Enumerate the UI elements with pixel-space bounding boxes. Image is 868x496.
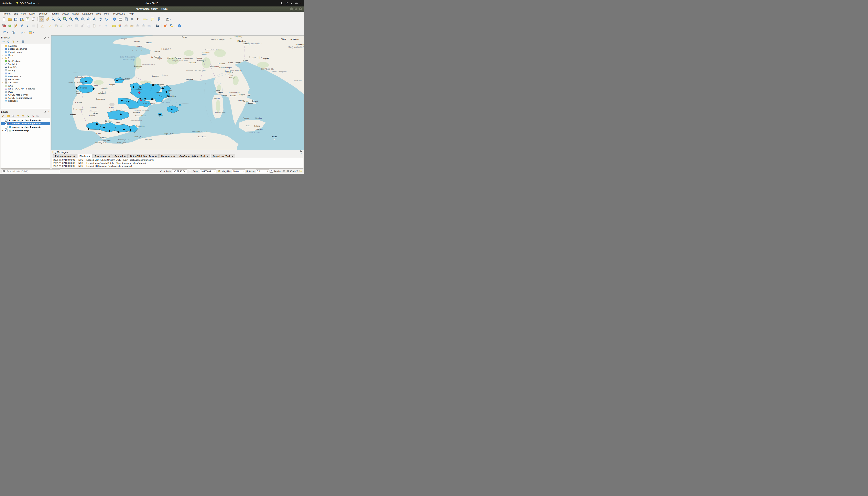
- change-label-button[interactable]: abc: [147, 23, 152, 29]
- browser-item-arcgis-feature-service[interactable]: ArcGIS Feature Service: [1, 96, 50, 99]
- log-tab-messages[interactable]: Messages✖: [159, 154, 177, 158]
- layer-item[interactable]: unicorn_archaeologicalsite: [1, 125, 50, 129]
- menu-view[interactable]: View: [19, 12, 28, 16]
- site-marker[interactable]: [92, 88, 94, 90]
- collapse-all-button[interactable]: [31, 113, 35, 118]
- layer-visibility-checkbox[interactable]: [5, 119, 8, 122]
- log-tab-querylayertask[interactable]: QueryLayerTask✖: [211, 154, 235, 158]
- minimize-button[interactable]: –: [290, 7, 293, 11]
- vertex-tool-button[interactable]: ▾: [65, 23, 73, 29]
- redo-button[interactable]: ↷: [103, 23, 109, 29]
- pin-labels-button[interactable]: abc: [123, 23, 129, 29]
- coordinate-input[interactable]: -8.22,48.64: [172, 169, 187, 173]
- expand-all-button[interactable]: [26, 113, 30, 118]
- log-tab-detecttriplestoretask[interactable]: DetectTripleStoreTask✖: [128, 154, 159, 158]
- site-marker[interactable]: [86, 81, 87, 82]
- project-save-button[interactable]: [13, 16, 18, 22]
- site-marker[interactable]: [103, 127, 105, 128]
- close-tab-icon[interactable]: ✖: [155, 155, 157, 157]
- menu-edit[interactable]: Edit: [12, 12, 19, 16]
- close-tab-icon[interactable]: ✖: [73, 155, 75, 157]
- float-panel-icon[interactable]: [43, 36, 46, 39]
- add-selected-layers-button[interactable]: [1, 40, 5, 44]
- sparql-unicorn-button[interactable]: [163, 23, 168, 29]
- site-marker[interactable]: [152, 84, 154, 86]
- site-marker[interactable]: [121, 100, 122, 102]
- spinner-arrows-icon[interactable]: ▴▾: [243, 170, 244, 172]
- toggle-editing-button[interactable]: [47, 23, 53, 29]
- pan-to-selection-button[interactable]: [45, 16, 50, 22]
- spinner-arrows-icon[interactable]: ▴▾: [267, 170, 268, 172]
- measure-button[interactable]: ▾: [141, 16, 149, 22]
- log-tab-python-warning[interactable]: Python warning✖: [53, 154, 77, 158]
- new-memory-layer-button[interactable]: [31, 23, 36, 29]
- menu-plugins[interactable]: Plugins: [49, 12, 60, 16]
- close-tab-icon[interactable]: ✖: [89, 155, 90, 157]
- layer-visibility-checkbox[interactable]: [5, 126, 8, 128]
- crs-globe-icon[interactable]: [282, 170, 285, 173]
- map-canvas[interactable]: BretagneRennesLe MansAngersPays de la Lo…: [51, 35, 304, 150]
- new-virtual-layer-button[interactable]: V: [25, 23, 30, 29]
- zoom-to-layer-button[interactable]: [74, 16, 79, 22]
- refresh-button[interactable]: [104, 16, 109, 22]
- browser-item-geopackage[interactable]: GeoPackage: [1, 60, 50, 63]
- highlight-labels-button[interactable]: abc: [129, 23, 134, 29]
- new-geopackage-layer-button[interactable]: [7, 23, 13, 29]
- close-tab-icon[interactable]: ✖: [108, 155, 110, 157]
- browser-item-project-home[interactable]: ▸Project Home: [1, 50, 50, 53]
- browser-item-mssql[interactable]: MSSQL: [1, 69, 50, 72]
- browser-item-geonode[interactable]: GeoNode: [1, 99, 50, 103]
- zoom-in-button[interactable]: +: [50, 16, 56, 22]
- zoom-full-button[interactable]: [62, 16, 68, 22]
- window-titlebar[interactable]: *provincias_query — QGIS – ▢ ×: [0, 6, 304, 12]
- layer-visibility-checkbox[interactable]: [5, 122, 8, 125]
- expand-arrow-icon[interactable]: ▸: [2, 57, 4, 59]
- filter-browser-button[interactable]: [11, 40, 15, 44]
- site-marker[interactable]: [117, 131, 119, 133]
- site-marker[interactable]: [116, 80, 118, 81]
- site-marker[interactable]: [151, 98, 153, 100]
- project-save-as-button[interactable]: [19, 16, 24, 22]
- log-tab-general[interactable]: General✖: [113, 154, 128, 158]
- volume-indicator[interactable]: [290, 2, 293, 5]
- site-marker[interactable]: [140, 87, 141, 88]
- browser-item-postgis[interactable]: PostGIS: [1, 66, 50, 69]
- expand-arrow-icon[interactable]: ▸: [2, 54, 4, 56]
- browser-item-wfs-ogc-api-features[interactable]: WFS / OGC API - Features: [1, 87, 50, 90]
- move-label-button[interactable]: abc: [135, 23, 140, 29]
- browser-item-spatial-bookmarks[interactable]: ▸Spatial Bookmarks: [1, 47, 50, 51]
- new-bookmark-button[interactable]: ▾: [155, 16, 164, 22]
- browser-properties-button[interactable]: i: [21, 40, 25, 44]
- close-tab-icon[interactable]: ✖: [173, 155, 175, 157]
- site-marker[interactable]: [123, 129, 125, 130]
- selected-province[interactable]: [179, 104, 181, 106]
- expand-arrow-icon[interactable]: ▸: [2, 48, 4, 50]
- help-contents-button[interactable]: ?: [177, 23, 182, 29]
- browser-item-favorites[interactable]: Favorites: [1, 44, 50, 47]
- collapse-tree-button[interactable]: [16, 40, 20, 44]
- site-marker-highlighted[interactable]: [138, 92, 140, 94]
- zoom-native-button[interactable]: 1:1: [80, 16, 86, 22]
- menu-project[interactable]: Project: [1, 12, 12, 16]
- filter-expression-button[interactable]: ε: [21, 113, 25, 118]
- locate-search[interactable]: Type to locate (Ctrl+K): [2, 169, 60, 173]
- map-svg[interactable]: BretagneRennesLe MansAngersPays de la Lo…: [51, 35, 304, 150]
- pan-button[interactable]: [39, 16, 44, 22]
- site-marker[interactable]: [166, 91, 167, 93]
- maximize-button[interactable]: ▢: [294, 7, 298, 11]
- browser-item-spatialite[interactable]: SpatiaLite: [1, 63, 50, 66]
- copy-features-button[interactable]: [86, 23, 91, 29]
- browser-item-vector-tiles[interactable]: Vector Tiles: [1, 78, 50, 81]
- log-messages-button-icon[interactable]: [299, 170, 302, 173]
- add-group-button[interactable]: [6, 113, 11, 118]
- new-spatialite-layer-button[interactable]: [19, 23, 24, 29]
- battery-indicator[interactable]: [295, 2, 298, 5]
- close-tab-icon[interactable]: ✖: [124, 155, 126, 157]
- clock[interactable]: dom 00:15: [146, 2, 158, 5]
- layer-item[interactable]: unicorn_archaeologicalsite: [1, 122, 50, 126]
- site-marker[interactable]: [96, 123, 98, 125]
- zoom-last-button[interactable]: [86, 16, 91, 22]
- rotate-label-button[interactable]: abc: [140, 23, 146, 29]
- new-shapefile-layer-button[interactable]: [13, 23, 18, 29]
- menu-help[interactable]: Help: [127, 12, 135, 16]
